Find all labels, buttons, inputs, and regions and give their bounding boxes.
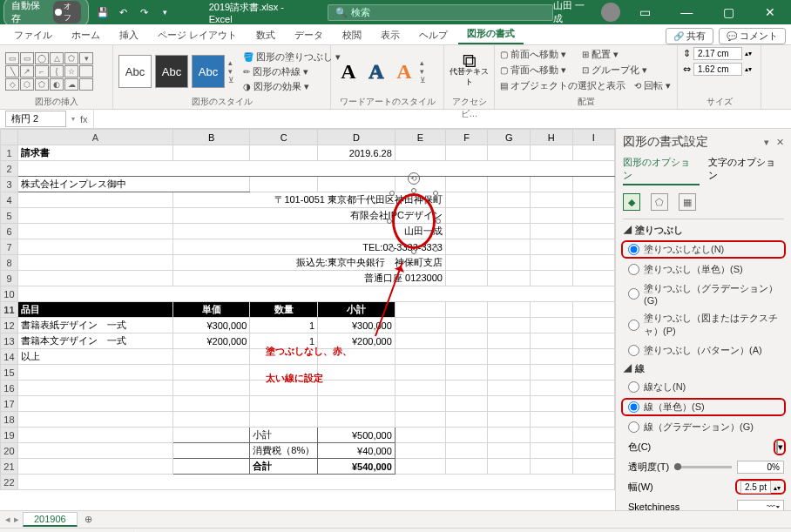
tab-insert[interactable]: 挿入 — [111, 26, 147, 44]
col-C[interactable]: C — [250, 130, 318, 145]
align-button[interactable]: ⊞ 配置 ▾ — [582, 47, 619, 62]
fill-solid-radio[interactable]: 塗りつぶし（単色）(S) — [623, 262, 784, 277]
window-title: 2019請求書.xlsx - Excel — [209, 1, 310, 24]
close-button[interactable]: ✕ — [753, 5, 788, 19]
transparency-slider[interactable] — [674, 466, 732, 468]
tab-review[interactable]: 校閲 — [334, 26, 370, 44]
col-F[interactable]: F — [445, 130, 488, 145]
fill-section[interactable]: ◢ 塗りつぶし — [623, 224, 784, 237]
height-icon: ⇕ — [683, 48, 691, 59]
user-name[interactable]: 山田 一成 — [553, 0, 594, 25]
resize-handle[interactable] — [387, 219, 392, 224]
tab-view[interactable]: 表示 — [372, 26, 409, 44]
size-properties-icon[interactable]: ▦ — [679, 193, 696, 211]
name-box[interactable]: 楕円 2 — [5, 111, 66, 127]
pane-title: 図形の書式設定 — [623, 134, 708, 150]
transparency-label: 透明度(T) — [628, 461, 669, 474]
qat-more-icon[interactable]: ▾ — [157, 8, 174, 17]
tab-formula[interactable]: 数式 — [247, 26, 284, 44]
shape-fill-button[interactable]: 🪣 図形の塗りつぶし ▾ — [243, 50, 341, 64]
formula-bar[interactable] — [93, 110, 786, 128]
shape-options-tab[interactable]: 図形のオプション — [623, 154, 700, 185]
send-backward-button[interactable]: ▢ 背面へ移動 ▾ — [500, 63, 566, 77]
fill-picture-radio[interactable]: 塗りつぶし（図またはテクスチャ）(P) — [623, 311, 784, 339]
maximize-button[interactable]: ▢ — [711, 5, 746, 19]
group-accessibility: アクセシビ… — [450, 96, 489, 108]
resize-handle[interactable] — [411, 249, 416, 254]
pane-close-button[interactable]: ✕ — [776, 137, 784, 148]
share-button[interactable]: 🔗共有 — [666, 28, 713, 44]
bring-forward-button[interactable]: ▢ 前面へ移動 ▾ — [500, 47, 566, 62]
line-gradient-radio[interactable]: 線（グラデーション）(G) — [623, 420, 784, 434]
shape-height-input[interactable] — [693, 47, 742, 60]
effects-icon[interactable]: ⬠ — [651, 193, 668, 211]
minimize-button[interactable]: — — [669, 5, 704, 19]
col-B[interactable]: B — [172, 130, 249, 145]
resize-handle[interactable] — [433, 246, 438, 252]
sketch-button[interactable]: 〰▾ — [737, 500, 784, 510]
fx-icon[interactable]: fx — [80, 114, 88, 125]
text-options-tab[interactable]: 文字のオプション — [708, 154, 785, 185]
group-wordart: ワードアートのスタイル — [336, 96, 438, 108]
redo-icon[interactable]: ↷ — [136, 7, 153, 18]
sheet-nav-next[interactable]: ▸ — [14, 514, 19, 525]
col-E[interactable]: E — [395, 130, 445, 145]
col-G[interactable]: G — [488, 130, 531, 145]
wordart-gallery[interactable]: AAA ▴▾⊻ — [336, 47, 438, 96]
group-size: サイズ — [683, 96, 755, 108]
line-none-radio[interactable]: 線なし(N) — [623, 380, 784, 394]
line-color-button[interactable] — [776, 441, 778, 453]
format-shape-pane: 図形の書式設定▾✕ 図形のオプション 文字のオプション ◆ ⬠ ▦ ◢ 塗りつぶ… — [615, 129, 791, 510]
tab-shape-format[interactable]: 図形の書式 — [458, 24, 524, 44]
shape-style-gallery[interactable]: AbcAbcAbc ▴▾⊻ — [118, 55, 234, 88]
fill-gradient-radio[interactable]: 塗りつぶし（グラデーション）(G) — [623, 281, 784, 306]
resize-handle[interactable] — [389, 246, 395, 252]
sheet-tab[interactable]: 201906 — [23, 512, 78, 527]
group-button[interactable]: ⊡ グループ化 ▾ — [582, 63, 647, 77]
line-section[interactable]: ◢ 線 — [623, 362, 784, 375]
width-icon: ⇔ — [683, 64, 691, 75]
autosave-toggle[interactable]: 自動保存 オフ — [3, 0, 89, 27]
undo-icon[interactable]: ↶ — [115, 7, 132, 18]
resize-handle[interactable] — [411, 188, 416, 193]
add-sheet-button[interactable]: ⊕ — [85, 514, 92, 525]
shape-effects-button[interactable]: ◑ 図形の効果 ▾ — [243, 79, 341, 94]
alt-text-button[interactable]: ⧉代替テキスト — [450, 56, 489, 87]
avatar[interactable] — [601, 3, 620, 22]
tab-file[interactable]: ファイル — [5, 26, 61, 44]
tab-help[interactable]: ヘルプ — [410, 26, 456, 44]
shape-width-input[interactable] — [693, 63, 742, 76]
save-icon[interactable]: 💾 — [94, 7, 112, 18]
comment-button[interactable]: 💬コメント — [719, 28, 786, 44]
transparency-value[interactable]: 0% — [737, 461, 784, 474]
resize-handle[interactable] — [389, 191, 395, 196]
rotate-button[interactable]: ⟲ 回転 ▾ — [634, 78, 671, 93]
fill-none-radio[interactable]: 塗りつぶしなし(N) — [621, 240, 786, 259]
resize-handle[interactable] — [436, 219, 441, 224]
select-all[interactable] — [1, 130, 18, 145]
line-solid-radio[interactable]: 線（単色）(S) — [621, 398, 786, 416]
tab-data[interactable]: データ — [286, 26, 332, 44]
shapes-gallery[interactable]: ▭▭◯△⬠▾ ╲↗⌐{☆ ◇⬡⬠◐☁ — [5, 52, 93, 91]
fill-pattern-radio[interactable]: 塗りつぶし（パターン）(A) — [623, 343, 784, 358]
tab-layout[interactable]: ページ レイアウト — [149, 26, 246, 44]
resize-handle[interactable] — [433, 191, 438, 196]
selected-oval-shape[interactable] — [392, 193, 436, 249]
ribbon-display-icon[interactable]: ▭ — [627, 5, 662, 19]
col-I[interactable]: I — [572, 130, 614, 145]
selection-pane-button[interactable]: ▤ オブジェクトの選択と表示 — [500, 78, 625, 93]
fill-line-icon[interactable]: ◆ — [623, 193, 640, 211]
col-A[interactable]: A — [17, 130, 172, 145]
cell[interactable]: 請求書 — [17, 145, 172, 161]
col-H[interactable]: H — [531, 130, 573, 145]
shape-outline-button[interactable]: ✏ 図形の枠線 ▾ — [243, 64, 341, 79]
sheet-nav-prev[interactable]: ◂ — [5, 514, 10, 525]
line-color-label: 色(C) — [628, 441, 651, 454]
tab-home[interactable]: ホーム — [63, 26, 109, 44]
line-width-input[interactable]: 2.5 pt — [740, 481, 771, 494]
rotate-handle-icon[interactable]: ⟲ — [408, 172, 420, 185]
col-D[interactable]: D — [318, 130, 396, 145]
group-insert-shapes: 図形の挿入 — [5, 96, 107, 108]
search-box[interactable]: 🔍検索 — [328, 4, 554, 21]
line-width-label: 幅(W) — [628, 481, 653, 494]
